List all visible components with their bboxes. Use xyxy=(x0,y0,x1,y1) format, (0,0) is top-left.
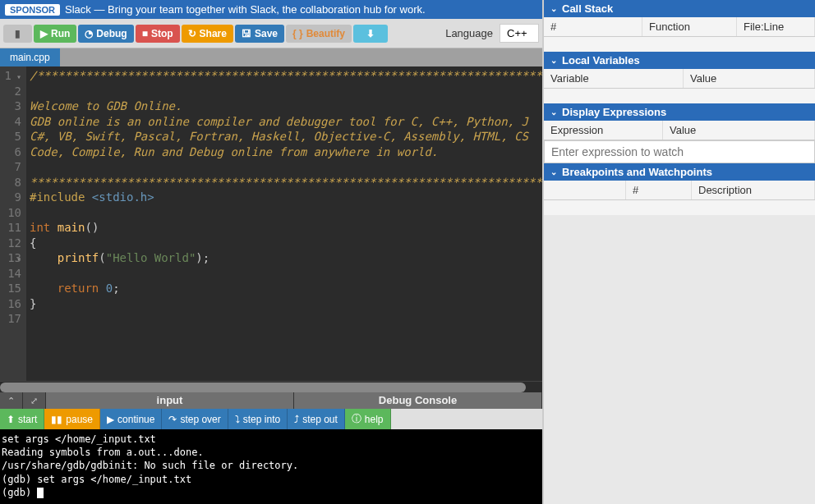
col-variable: Variable xyxy=(544,69,684,88)
run-label: Run xyxy=(51,28,70,39)
step-out-icon: ⤴ xyxy=(294,414,299,425)
beautify-button[interactable]: { } Beautify xyxy=(286,25,352,43)
tab-input[interactable]: input xyxy=(46,392,294,409)
sponsor-bar[interactable]: SPONSOR Slack — Bring your team together… xyxy=(0,0,542,19)
chevron-down-icon: ⌄ xyxy=(550,4,557,13)
dbg-step-over-button[interactable]: ↷ step over xyxy=(162,409,228,429)
play-icon: ▶ xyxy=(107,414,114,425)
hscroll-thumb[interactable] xyxy=(0,383,526,392)
display-expr-columns: Expression Value xyxy=(544,121,815,140)
lower-panel: ⌃ ⤢ input Debug Console ⬆ start ▮▮ pause… xyxy=(0,392,542,504)
local-vars-body xyxy=(544,89,815,103)
chevron-down-icon: ⌄ xyxy=(550,167,557,176)
col-expression: Expression xyxy=(544,121,663,140)
stop-icon: ■ xyxy=(142,28,148,39)
dbg-start-label: start xyxy=(18,414,37,425)
col-function: Function xyxy=(642,17,737,36)
code-editor[interactable]: 1 ▾23456789101112 ▾1314151617 /*********… xyxy=(0,66,542,381)
expand-button[interactable]: ⤢ xyxy=(23,392,46,409)
right-filler xyxy=(544,215,815,504)
download-icon: ⬇ xyxy=(366,28,375,39)
play-icon: ▶ xyxy=(40,28,48,39)
share-icon: ↻ xyxy=(188,28,196,39)
dbg-step-into-label: step into xyxy=(243,414,280,425)
lower-tab-controls: ⌃ ⤢ xyxy=(0,392,46,409)
panel-display-expr-header[interactable]: ⌄ Display Expressions xyxy=(544,103,815,121)
step-over-icon: ↷ xyxy=(168,414,177,425)
sponsor-badge: SPONSOR xyxy=(5,4,60,16)
editor-hscroll[interactable] xyxy=(0,381,542,392)
clock-icon: ◔ xyxy=(85,28,93,39)
right-pane: ⌄ Call Stack # Function File:Line ⌄ Loca… xyxy=(542,0,815,504)
new-file-button[interactable]: ▮ xyxy=(3,25,32,43)
stop-button[interactable]: ■ Stop xyxy=(136,25,180,43)
col-num: # xyxy=(544,17,642,36)
tab-main-cpp[interactable]: main.cpp xyxy=(0,48,60,66)
debug-controls: ⬆ start ▮▮ pause ▶ continue ↷ step over … xyxy=(0,409,542,429)
col-bp-desc: Description xyxy=(692,181,815,199)
gutter: 1 ▾23456789101112 ▾1314151617 xyxy=(0,66,26,381)
sponsor-text: Slack — Bring your team together with Sl… xyxy=(65,3,426,16)
dbg-continue-label: continue xyxy=(117,414,154,425)
share-label: Share xyxy=(200,28,227,39)
beautify-label: Beautify xyxy=(306,28,345,39)
breakpoints-columns: # Description xyxy=(544,181,815,200)
share-button[interactable]: ↻ Share xyxy=(182,25,233,43)
col-file-line: File:Line xyxy=(737,17,815,36)
debug-label: Debug xyxy=(96,28,127,39)
dbg-help-button[interactable]: ⓘ help xyxy=(345,409,391,429)
call-stack-columns: # Function File:Line xyxy=(544,17,815,37)
display-expr-title: Display Expressions xyxy=(562,106,666,118)
breakpoints-body xyxy=(544,200,815,215)
step-into-icon: ⤵ xyxy=(235,414,240,425)
save-label: Save xyxy=(255,28,278,39)
col-value: Value xyxy=(684,69,815,88)
braces-icon: { } xyxy=(292,28,303,39)
save-icon: 🖫 xyxy=(242,28,251,39)
run-button[interactable]: ▶ Run xyxy=(34,25,76,43)
toolbar: ▮ ▶ Run ◔ Debug ■ Stop ↻ Share 🖫 Save xyxy=(0,19,542,48)
language-label: Language xyxy=(445,27,498,39)
call-stack-body xyxy=(544,37,815,52)
code-area[interactable]: /***************************************… xyxy=(26,66,542,381)
local-vars-title: Local Variables xyxy=(562,54,640,66)
col-value: Value xyxy=(663,121,815,140)
panel-breakpoints-header[interactable]: ⌄ Breakpoints and Watchpoints xyxy=(544,163,815,181)
language-select[interactable]: C++ xyxy=(500,24,539,43)
stop-label: Stop xyxy=(151,28,173,39)
download-button[interactable]: ⬇ xyxy=(353,25,388,43)
file-icon: ▮ xyxy=(15,28,21,39)
debug-button[interactable]: ◔ Debug xyxy=(78,25,133,43)
panel-call-stack-header[interactable]: ⌄ Call Stack xyxy=(544,0,815,17)
dbg-step-into-button[interactable]: ⤵ step into xyxy=(228,409,288,429)
call-stack-title: Call Stack xyxy=(562,2,613,15)
dbg-help-label: help xyxy=(365,414,384,425)
editor-tab-bar: main.cpp xyxy=(0,48,542,66)
panel-local-vars-header[interactable]: ⌄ Local Variables xyxy=(544,52,815,69)
chevron-down-icon: ⌄ xyxy=(550,56,557,65)
expression-input[interactable] xyxy=(544,140,815,163)
info-icon: ⓘ xyxy=(352,412,361,426)
dbg-pause-label: pause xyxy=(66,414,93,425)
dbg-start-button[interactable]: ⬆ start xyxy=(0,409,44,429)
dbg-continue-button[interactable]: ▶ continue xyxy=(100,409,162,429)
chevron-down-icon: ⌄ xyxy=(550,108,557,117)
upload-icon: ⬆ xyxy=(7,414,15,425)
col-bp-checkbox xyxy=(544,181,626,199)
lower-tab-bar: ⌃ ⤢ input Debug Console xyxy=(0,392,542,409)
col-bp-num: # xyxy=(626,181,692,199)
debug-console[interactable]: set args </home/_input.txtReading symbol… xyxy=(0,429,542,504)
local-vars-columns: Variable Value xyxy=(544,69,815,89)
collapse-up-button[interactable]: ⌃ xyxy=(0,392,23,409)
dbg-step-out-button[interactable]: ⤴ step out xyxy=(288,409,345,429)
pause-icon: ▮▮ xyxy=(51,414,62,425)
dbg-step-over-label: step over xyxy=(180,414,220,425)
breakpoints-title: Breakpoints and Watchpoints xyxy=(562,166,712,178)
dbg-pause-button[interactable]: ▮▮ pause xyxy=(44,409,100,429)
tab-debug-console[interactable]: Debug Console xyxy=(294,392,542,409)
dbg-step-out-label: step out xyxy=(302,414,338,425)
save-button[interactable]: 🖫 Save xyxy=(235,25,284,43)
